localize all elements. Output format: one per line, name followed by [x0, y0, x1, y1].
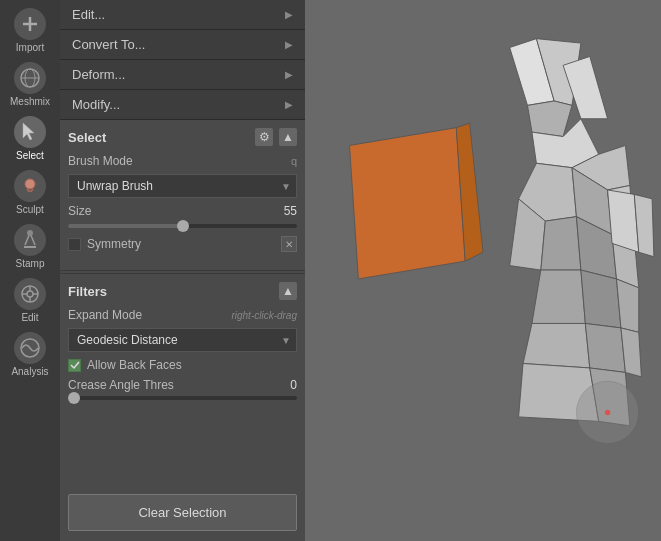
brush-mode-label: Brush Mode: [68, 154, 133, 168]
size-slider-row: [68, 224, 297, 228]
svg-marker-29: [541, 217, 581, 270]
expand-mode-hint: right-click-drag: [231, 310, 297, 321]
symmetry-label: Symmetry: [87, 237, 141, 251]
svg-point-43: [605, 410, 610, 415]
svg-point-6: [25, 179, 35, 189]
menu-convert[interactable]: Convert To... ▶: [60, 30, 305, 59]
panel: Edit... ▶ Convert To... ▶ Deform... ▶ Mo…: [60, 0, 305, 541]
crease-slider-row: [68, 396, 297, 400]
allow-back-faces-checkbox[interactable]: [68, 359, 81, 372]
stamp-icon: [14, 224, 46, 256]
svg-marker-17: [350, 128, 466, 279]
symmetry-row: Symmetry ✕: [68, 236, 297, 252]
menu-convert-arrow: ▶: [285, 39, 293, 50]
menu-edit-arrow: ▶: [285, 9, 293, 20]
toolbar-meshmix-label: Meshmix: [10, 96, 50, 107]
svg-marker-35: [523, 323, 590, 368]
svg-marker-36: [585, 323, 625, 372]
select-settings-btn[interactable]: ⚙: [255, 128, 273, 146]
filters-controls: ▲: [279, 282, 297, 300]
crease-slider-track[interactable]: [68, 396, 297, 400]
toolbar-select[interactable]: Select: [4, 112, 56, 164]
brush-mode-row: Brush Mode q: [68, 154, 297, 168]
menu-edit-label: Edit...: [72, 7, 105, 22]
viewport-svg: [305, 0, 661, 541]
toolbar-sculpt-label: Sculpt: [16, 204, 44, 215]
clear-selection-button[interactable]: Clear Selection: [68, 494, 297, 531]
menu-deform-label: Deform...: [72, 67, 125, 82]
select-collapse-btn[interactable]: ▲: [279, 128, 297, 146]
toolbar-import-label: Import: [16, 42, 44, 53]
edit-icon: [14, 278, 46, 310]
expand-mode-row: Expand Mode right-click-drag: [68, 308, 297, 322]
brush-mode-dropdown-wrapper: Unwrap Brush Select Brush Surface Lasso …: [68, 174, 297, 198]
svg-point-7: [27, 230, 33, 236]
toolbar-meshmix[interactable]: Meshmix: [4, 58, 56, 110]
select-section-controls: ⚙ ▲: [255, 128, 297, 146]
toolbar-edit-label: Edit: [21, 312, 38, 323]
filters-section-header: Filters ▲: [68, 282, 297, 300]
select-section: Select ⚙ ▲ Brush Mode q Unwrap Brush Sel…: [60, 120, 305, 268]
viewport[interactable]: [305, 0, 661, 541]
menu-deform-arrow: ▶: [285, 69, 293, 80]
toolbar-stamp[interactable]: Stamp: [4, 220, 56, 272]
svg-marker-5: [23, 123, 34, 140]
top-menu: Edit... ▶ Convert To... ▶ Deform... ▶ Mo…: [60, 0, 305, 120]
svg-marker-40: [608, 190, 639, 252]
filters-title: Filters: [68, 284, 107, 299]
crease-angle-label: Crease Angle Thres: [68, 378, 174, 392]
expand-mode-label: Expand Mode: [68, 308, 142, 322]
sphere-icon: [14, 62, 46, 94]
size-slider-track[interactable]: [68, 224, 297, 228]
crease-angle-value: 0: [290, 378, 297, 392]
select-icon: [14, 116, 46, 148]
select-section-header: Select ⚙ ▲: [68, 128, 297, 146]
svg-marker-33: [581, 270, 621, 328]
left-toolbar: Import Meshmix Select Sculpt: [0, 0, 60, 541]
sculpt-icon: [14, 170, 46, 202]
size-slider-fill: [68, 224, 183, 228]
crease-angle-row: Crease Angle Thres 0: [68, 378, 297, 392]
menu-convert-label: Convert To...: [72, 37, 145, 52]
brush-mode-select[interactable]: Unwrap Brush Select Brush Surface Lasso: [68, 174, 297, 198]
size-label: Size: [68, 204, 91, 218]
menu-modify-label: Modify...: [72, 97, 120, 112]
allow-back-faces-label: Allow Back Faces: [87, 358, 182, 372]
plus-icon: [14, 8, 46, 40]
filters-collapse-btn[interactable]: ▲: [279, 282, 297, 300]
menu-deform[interactable]: Deform... ▶: [60, 60, 305, 89]
brush-mode-shortcut: q: [291, 155, 297, 167]
toolbar-stamp-label: Stamp: [16, 258, 45, 269]
toolbar-sculpt[interactable]: Sculpt: [4, 166, 56, 218]
size-row: Size 55: [68, 204, 297, 218]
size-value: 55: [284, 204, 297, 218]
expand-mode-dropdown-wrapper: Geodesic Distance Connected Normal ▼: [68, 328, 297, 352]
expand-mode-select[interactable]: Geodesic Distance Connected Normal: [68, 328, 297, 352]
symmetry-checkbox[interactable]: [68, 238, 81, 251]
clear-selection-wrapper: Clear Selection: [60, 484, 305, 541]
toolbar-edit[interactable]: Edit: [4, 274, 56, 326]
size-slider-thumb[interactable]: [177, 220, 189, 232]
toolbar-select-label: Select: [16, 150, 44, 161]
menu-edit[interactable]: Edit... ▶: [60, 0, 305, 29]
toolbar-analysis[interactable]: Analysis: [4, 328, 56, 380]
menu-modify[interactable]: Modify... ▶: [60, 90, 305, 119]
crease-slider-thumb[interactable]: [68, 392, 80, 404]
select-title: Select: [68, 130, 106, 145]
toolbar-analysis-label: Analysis: [11, 366, 48, 377]
filters-section: Filters ▲ Expand Mode right-click-drag G…: [60, 273, 305, 416]
panel-separator: [60, 270, 305, 271]
analysis-icon: [14, 332, 46, 364]
menu-modify-arrow: ▶: [285, 99, 293, 110]
allow-back-faces-row: Allow Back Faces: [68, 358, 297, 372]
svg-point-10: [27, 291, 33, 297]
symmetry-x-button[interactable]: ✕: [281, 236, 297, 252]
svg-marker-32: [532, 270, 585, 323]
main-content: Edit... ▶ Convert To... ▶ Deform... ▶ Mo…: [60, 0, 661, 541]
toolbar-import[interactable]: Import: [4, 4, 56, 56]
